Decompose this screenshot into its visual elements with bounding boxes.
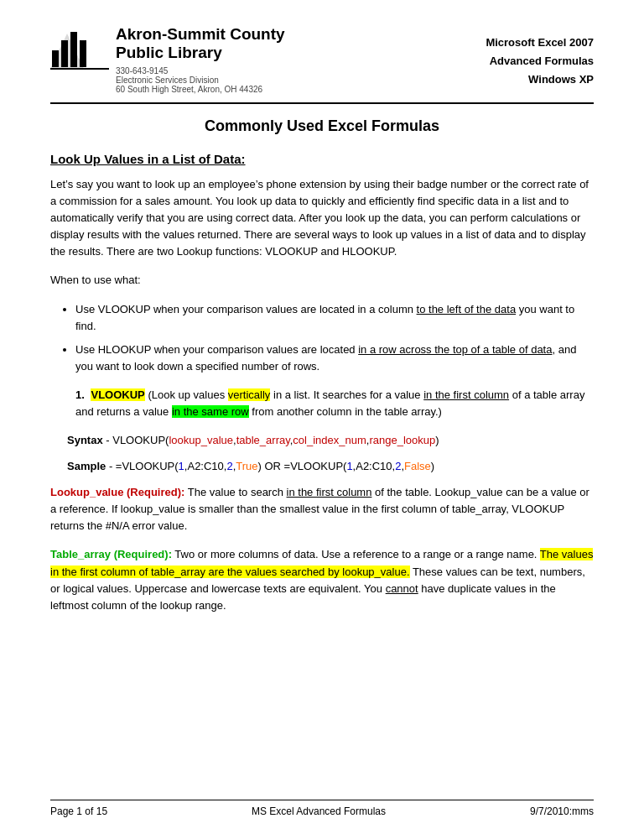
intro-paragraph: Let’s say you want to look up an employe… [50,176,594,261]
footer: Page 1 of 15 MS Excel Advanced Formulas … [50,800,594,817]
syntax-p4: range_lookup [369,434,435,446]
header-line3: Windows XP [486,70,594,89]
sample-1e: True [236,460,257,472]
sample-2a: 1 [346,460,352,472]
syntax-label: Syntax [67,434,103,446]
sample-2f: ) [431,460,434,472]
library-phone: 330-643-9145 [116,66,285,76]
lookup-value-text: Lookup_value (Required): The value to se… [50,484,594,534]
bullet-list: Use VLOOKUP when your comparison values … [75,301,594,376]
table-array-title: Table_array (Required): [50,548,172,560]
numbered-item-1: 1. VLOOKUP (Look up values vertically in… [75,387,594,420]
section1-heading: Look Up Values in a List of Data: [50,152,594,166]
library-division: Electronic Services Division [116,76,285,85]
vlookup-label: VLOOKUP [91,388,144,401]
table-array-cannot: cannot [386,582,418,595]
sample-1b: ,A2:C10, [184,460,227,472]
footer-right: 9/7/2010:mms [530,805,594,817]
sample-1a: 1 [179,460,184,472]
sample-dash: - [109,460,116,472]
sample-2b: ,A2:C10, [353,460,396,472]
numbered-list: 1. VLOOKUP (Look up values vertically in… [75,387,594,420]
library-address: 60 South High Street, Akron, OH 44326 [116,85,285,94]
item1-desc-end: from another column in the table array.) [252,405,442,418]
item1-desc-mid: in a list. It searches for a value [273,388,423,401]
syntax-close: ) [435,434,439,446]
item1-desc-pre: (Look up values [148,388,227,401]
lookup-value-desc-pre: The value to search [188,486,287,498]
syntax-p3: col_index_num [293,434,366,446]
logo-text-block: Akron-Summit County Public Library 330-6… [116,25,285,94]
header-line1: Microsoft Excel 2007 [486,34,594,52]
syntax-func: VLOOKUP( [112,434,169,446]
bullet1-underline: to the left of the data [417,303,517,315]
logo-section: Akron-Summit County Public Library 330-6… [50,25,285,94]
sample-1f: ) OR =VLOOKUP( [258,460,347,472]
header-divider [50,102,594,104]
sample-2e: False [404,460,431,472]
item1-first-col: in the first column [423,388,509,401]
bullet-item-1: Use VLOOKUP when your comparison values … [75,301,594,335]
bullet-item-2: Use HLOOKUP when your comparison values … [75,341,594,375]
page-title: Commonly Used Excel Formulas [50,117,594,135]
syntax-line: Syntax - VLOOKUP(lookup_value,table_arra… [67,432,594,450]
footer-center: MS Excel Advanced Formulas [252,805,386,817]
page: Akron-Summit County Public Library 330-6… [0,0,644,834]
lookup-value-title: Lookup_value (Required): [50,486,184,498]
table-array-block: Table_array (Required): Two or more colu… [50,546,594,614]
syntax-p1: lookup_value [169,434,233,446]
sample-1c: 2 [226,460,232,472]
syntax-p2: table_array [236,434,290,446]
table-array-text: Table_array (Required): Two or more colu… [50,546,594,614]
vertically-highlight: vertically [228,388,271,401]
same-row-highlight: in the same row [172,405,249,418]
header-line2: Advanced Formulas [486,52,594,70]
library-logo-icon [50,25,109,76]
library-name-line1: Akron-Summit County [116,25,285,44]
when-to-use: When to use what: [50,272,594,289]
sample-line: Sample - =VLOOKUP(1,A2:C10,2,True) OR =V… [67,458,594,476]
lookup-value-in-col: in the first column [287,486,372,498]
header: Akron-Summit County Public Library 330-6… [50,25,594,94]
sample-eq1: =VLOOKUP( [116,460,179,472]
footer-left: Page 1 of 15 [50,805,107,817]
lookup-value-block: Lookup_value (Required): The value to se… [50,484,594,534]
table-array-desc-pre: Two or more columns of data. Use a refer… [174,548,540,560]
bullet2-underline: in a row across the top of a table of da… [358,343,552,356]
item1-num: 1. [75,388,85,401]
header-right: Microsoft Excel 2007 Advanced Formulas W… [486,34,594,89]
sample-label: Sample [67,460,106,472]
library-name-line2: Public Library [116,44,285,62]
